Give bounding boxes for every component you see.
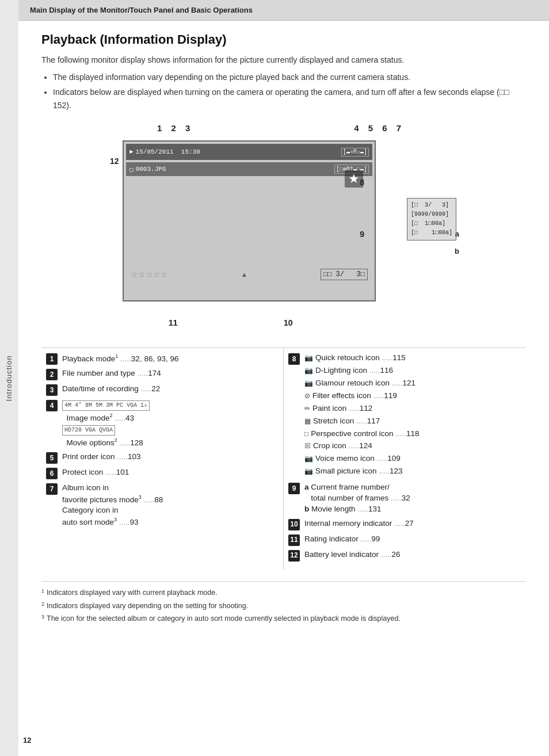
right-info-panel: [□ 3/ 3] [9999/9999] [□ 1□00a] [□ 1□00a]: [407, 198, 456, 240]
num-badge-12: 12: [288, 550, 300, 562]
info-row-6: 6 Protect icon .....101: [46, 467, 274, 479]
footnote-sup-2: 2: [41, 601, 44, 612]
info-text-12: Battery level indicator .....26: [304, 549, 517, 560]
main-content: Main Display of the Monitor/Touch Panel …: [18, 0, 549, 638]
diagram-label-8: 8: [360, 178, 364, 187]
info-text-10: Internal memory indicator .....27: [304, 518, 517, 529]
info-text-4: 4M 4ᵀ 8M 5M 3M PC VGA 1₉ Image mode2 ...…: [62, 399, 274, 448]
info-row-2: 2 File number and type .....174: [46, 368, 274, 380]
header-bar: Main Display of the Monitor/Touch Panel …: [18, 0, 549, 21]
small-picture-icon: 📷: [304, 467, 313, 476]
quick-retouch-icon: 📷: [304, 353, 313, 363]
num-badge-5: 5: [46, 452, 58, 464]
info-col-right: 8 📷 Quick retouch icon .....115 📷 D-Ligh…: [284, 348, 526, 570]
camera-screen: ► 15/05/2011 15:30 [▬≈®♪▬] ▢ 0003.JPG [□…: [123, 140, 376, 301]
panel-line1: [□ 3/ 3]: [411, 201, 452, 210]
screen-datetime: 15/05/2011 15:30: [136, 148, 200, 155]
info-text-9: a Current frame number/ total number of …: [304, 482, 517, 515]
footnote-sup-3: 3: [41, 613, 44, 624]
item-glamour: 📷 Glamour retouch icon .....121: [304, 378, 517, 389]
sidebar-label: Introduction: [5, 355, 14, 401]
filter-effects-label: Filter effects icon .....119: [312, 391, 397, 402]
voice-memo-icon: 📷: [304, 454, 313, 464]
stretch-icon: ▦: [304, 417, 311, 426]
item-stretch: ▦ Stretch icon .....117: [304, 416, 517, 427]
bullet-item-1: The displayed information vary depending…: [53, 71, 526, 83]
panel-line4: [□ 1□00a]: [411, 228, 452, 238]
label-a: a: [304, 483, 309, 491]
panel-line2: [9999/9999]: [411, 210, 452, 219]
panel-line3: [□ 1□00a]: [411, 219, 452, 228]
info-row-1: 1 Playback mode1 .....32, 86, 93, 96: [46, 353, 274, 365]
info-row-11: 11 Rating indicator .....99: [288, 534, 517, 546]
info-text-2: File number and type .....174: [62, 368, 274, 379]
num-badge-6: 6: [46, 468, 58, 479]
crop-label: Crop icon .....124: [313, 441, 372, 452]
info-row-7: 7 Album icon in favorite pictures mode3 …: [46, 483, 274, 528]
footnote-3: 3 The icon for the selected album or cat…: [41, 613, 526, 624]
perspective-label: Perspective control icon .....118: [311, 429, 419, 440]
diagram: 1 2 3 4 5 6 7 ► 15/05/2011 15:30 [▬≈®♪▬]…: [105, 123, 462, 330]
num-badge-11: 11: [288, 534, 300, 546]
frame-indicator: □□ 3/ 3□: [321, 269, 368, 280]
diagram-label-a: a: [455, 230, 459, 238]
num-badge-3: 3: [46, 384, 58, 396]
screen-battery-icon: ▢: [129, 166, 134, 173]
info-text-7: Album icon in favorite pictures mode3 ..…: [62, 483, 274, 528]
dlighting-icon: 📷: [304, 366, 313, 376]
num-badge-10: 10: [288, 519, 300, 530]
footnote-text-1: Indicators displayed vary with current p…: [47, 587, 218, 598]
page-number: 12: [23, 736, 31, 744]
info-text-11: Rating indicator .....99: [304, 534, 517, 545]
info-text-8: 📷 Quick retouch icon .....115 📷 D-Lighti…: [304, 353, 517, 479]
item-perspective: □ Perspective control icon .....118: [304, 429, 517, 440]
top-labels-right: 4 5 6 7: [354, 123, 405, 133]
item-dlighting: 📷 D-Lighting icon .....116: [304, 365, 517, 376]
info-col-left: 1 Playback mode1 .....32, 86, 93, 96 2 F…: [41, 348, 284, 570]
diagram-label-b: b: [455, 247, 459, 255]
footnotes: 1 Indicators displayed vary with current…: [41, 581, 526, 624]
info-text-3: Date/time of recording .....22: [62, 384, 274, 395]
stretch-label: Stretch icon .....117: [313, 416, 380, 427]
sidebar: Introduction: [0, 0, 18, 756]
up-arrow-icon: ▲: [241, 271, 247, 278]
item-small-picture: 📷 Small picture icon .....123: [304, 466, 517, 477]
glamour-icon: 📷: [304, 379, 313, 388]
item-quick-retouch: 📷 Quick retouch icon .....115: [304, 353, 517, 364]
label-b: b: [304, 505, 309, 513]
info-text-5: Print order icon .....103: [62, 452, 274, 463]
screen-filename: 0003.JPG: [136, 166, 166, 173]
info-text-6: Protect icon .....101: [62, 467, 274, 478]
crop-icon: ☒: [304, 441, 311, 451]
info-row-4: 4 4M 4ᵀ 8M 5M 3M PC VGA 1₉ Image mode2 .…: [46, 399, 274, 448]
bullet-item-2: Indicators below are displayed when turn…: [53, 86, 526, 112]
movie-icons: HD720 VGA QVGA: [62, 425, 115, 436]
item-crop: ☒ Crop icon .....124: [304, 441, 517, 452]
screen-icons1: [▬≈®♪▬]: [341, 148, 369, 156]
num-badge-7: 7: [46, 483, 58, 495]
info-row-12: 12 Battery level indicator .....26: [288, 549, 517, 562]
footnote-text-2: Indicators displayed vary depending on t…: [47, 601, 248, 612]
perspective-icon: □: [304, 429, 308, 439]
small-picture-label: Small picture icon .....123: [315, 466, 403, 477]
paint-label: Paint icon .....112: [312, 403, 372, 414]
num-badge-1: 1: [46, 353, 58, 365]
diagram-container: 1 2 3 4 5 6 7 ► 15/05/2011 15:30 [▬≈®♪▬]…: [41, 123, 526, 330]
page-title: Playback (Information Display): [41, 32, 526, 47]
info-table: 1 Playback mode1 .....32, 86, 93, 96 2 F…: [41, 348, 526, 570]
screen-top-bar: ► 15/05/2011 15:30 [▬≈®♪▬]: [126, 144, 372, 160]
num-badge-2: 2: [46, 369, 58, 380]
paint-icon: ✏: [304, 404, 310, 414]
diagram-label-11: 11: [169, 318, 178, 327]
info-text-1: Playback mode1 .....32, 86, 93, 96: [62, 353, 274, 364]
footnote-text-3: The icon for the selected album or categ…: [47, 613, 401, 624]
screen-bottom-bar: ☆☆☆☆☆ ▲ □□ 3/ 3□: [126, 266, 372, 283]
num-badge-4: 4: [46, 400, 58, 411]
glamour-label: Glamour retouch icon .....121: [315, 378, 415, 389]
info-row-5: 5 Print order icon .....103: [46, 452, 274, 464]
diagram-label-10: 10: [284, 318, 293, 327]
screen-playback-icon: ►: [129, 148, 134, 155]
num-badge-9: 9: [288, 483, 300, 494]
quick-retouch-label: Quick retouch icon .....115: [315, 353, 406, 364]
diagram-label-12: 12: [110, 156, 119, 166]
